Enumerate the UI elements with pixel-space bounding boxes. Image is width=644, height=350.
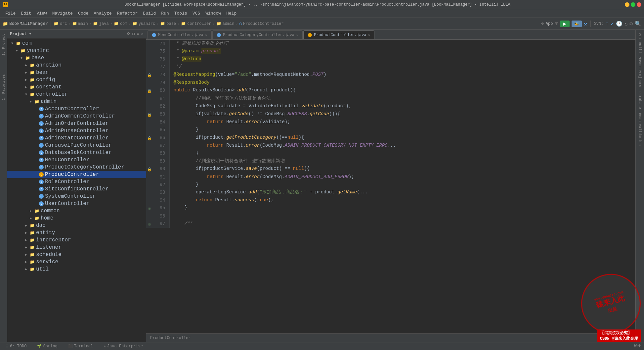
menu-edit[interactable]: Edit	[18, 9, 34, 18]
tree-item-annotion[interactable]: ▶ 📁 annotion	[7, 62, 146, 69]
code-line-94: 94 return Result.success(true);	[146, 196, 635, 204]
debug-button[interactable]: 🐝	[572, 21, 582, 27]
project-name: BookMallManager	[9, 21, 48, 26]
tree-item-bean[interactable]: ▶ 📁 bean	[7, 69, 146, 76]
tree-item-entity[interactable]: ▶ 📁 entity	[7, 229, 146, 236]
file-path-bar: ProductController	[146, 333, 635, 342]
close-tab-menu[interactable]: ✕	[205, 33, 207, 37]
svn-history-button[interactable]: 🕐	[616, 21, 623, 27]
code-line-85: 85 }	[146, 126, 635, 133]
breadcrumb: 📁src › 📁main › 📁java › 📁com › 📁yuanlrc ›…	[54, 21, 283, 26]
tree-item-CarouselPicController[interactable]: ▶ C CarouselPicController	[7, 142, 146, 149]
menu-build[interactable]: Build	[140, 9, 158, 18]
tree-item-ProductController[interactable]: ▶ C ProductController	[7, 171, 146, 178]
search-button[interactable]: 🔍	[635, 21, 641, 27]
tree-item-service[interactable]: ▶ 📁 service	[7, 258, 146, 266]
project-panel-label[interactable]: 1: Project	[1, 31, 6, 58]
web-tab[interactable]: Web	[634, 344, 641, 349]
tree-item-MenuController[interactable]: ▶ C MenuController	[7, 156, 146, 164]
svn-settings-button[interactable]: ⚙	[629, 21, 633, 27]
menu-navigate[interactable]: Navigate	[50, 9, 75, 18]
tree-item-AdminCommentController[interactable]: ▶ C AdminCommentController	[7, 113, 146, 120]
code-line-77: 77 */	[146, 63, 635, 71]
settings-icon[interactable]: ⚙	[137, 31, 139, 36]
code-editor[interactable]: 74 * 商品添加表单提交处理 75 * @param product	[146, 40, 635, 333]
terminal-label: Terminal	[74, 344, 93, 349]
code-line-90: 🔒 90 if(productService.save(product) == …	[146, 165, 635, 173]
tree-item-SystemController[interactable]: ▶ C SystemController	[7, 193, 146, 200]
terminal-tab[interactable]: ⬛ Terminal	[65, 344, 96, 349]
code-line-82: 82 CodeMsg validate = ValidateEntityUtil…	[146, 102, 635, 110]
tree-item-interceptor[interactable]: ▶ 📁 interceptor	[7, 236, 146, 244]
ant-build-label[interactable]: Ant Build	[637, 31, 643, 55]
tab-product-controller[interactable]: ⬤ ProductController.java ✕	[303, 30, 374, 39]
toolbar: 📁 BookMallManager 📁src › 📁main › 📁java ›…	[0, 18, 644, 30]
database-label[interactable]: Database	[637, 89, 643, 111]
maven-projects-label[interactable]: Maven Projects	[637, 55, 643, 89]
tree-item-home[interactable]: ▶ 📁 home	[7, 215, 146, 222]
run-button[interactable]: ▶	[560, 21, 570, 27]
toolbar-separator	[51, 21, 51, 27]
tree-item-yuanlrc[interactable]: ▼ 📁 yuanlrc	[7, 47, 146, 54]
tree-item-common[interactable]: ▶ 📁 common	[7, 207, 146, 215]
menu-view[interactable]: View	[34, 9, 49, 18]
menu-vcs[interactable]: VCS	[190, 9, 203, 18]
tree-item-AdminPurseController[interactable]: ▶ C AdminPurseController	[7, 127, 146, 134]
tree-item-AccountController[interactable]: ▶ C AccountController	[7, 105, 146, 113]
tree-item-admin[interactable]: ▼ 📁 admin	[7, 98, 146, 105]
collapse-icon[interactable]: ⊟	[132, 31, 135, 36]
tree-item-config[interactable]: ▶ 📁 config	[7, 76, 146, 83]
close-sidebar-icon[interactable]: ✕	[141, 31, 144, 36]
tree-item-listener[interactable]: ▶ 📁 listener	[7, 244, 146, 251]
svn-commit-button[interactable]: ✓	[611, 21, 614, 27]
tree-item-DatabaseBakController[interactable]: ▶ C DatabaseBakController	[7, 149, 146, 156]
menu-analyze[interactable]: Analyze	[91, 9, 114, 18]
menu-window[interactable]: Window	[203, 9, 224, 18]
close-button[interactable]	[637, 2, 641, 7]
build-button[interactable]: ⚒	[584, 21, 587, 27]
bean-validation-label[interactable]: Bean Validation	[637, 111, 643, 148]
close-tab-product-category[interactable]: ✕	[296, 33, 298, 37]
code-line-74: 74 * 商品添加表单提交处理	[146, 40, 635, 47]
tree-item-constant[interactable]: ▶ 📁 constant	[7, 83, 146, 91]
menu-code[interactable]: Code	[75, 9, 91, 18]
menu-help[interactable]: Help	[224, 9, 239, 18]
sidebar-title: Project ▾	[10, 31, 31, 36]
code-line-76: 76 * @return	[146, 55, 635, 63]
code-line-75: 75 * @param product	[146, 47, 635, 55]
tree-item-AdminStateController[interactable]: ▶ C AdminStateController	[7, 134, 146, 142]
tree-item-SiteConfigController[interactable]: ▶ C SiteConfigController	[7, 185, 146, 193]
tree-item-UserController[interactable]: ▶ C UserController	[7, 200, 146, 207]
tree-item-com[interactable]: ▼ 📁 com	[7, 40, 146, 47]
tree-item-RoleController[interactable]: ▶ C RoleController	[7, 178, 146, 185]
minimize-button[interactable]	[625, 2, 629, 7]
tree-item-AdminOrderController[interactable]: ▶ C AdminOrderController	[7, 120, 146, 127]
menu-tools[interactable]: Tools	[172, 9, 190, 18]
menu-file[interactable]: File	[3, 9, 18, 18]
menu-bar: File Edit View Navigate Code Analyze Ref…	[0, 9, 644, 18]
tab-menu-controller[interactable]: ⬤ MenuController.java ✕	[148, 30, 212, 39]
sync-icon[interactable]: ⟳	[127, 31, 130, 36]
favorites-panel-label[interactable]: 2: Favorites	[1, 72, 6, 103]
menu-run[interactable]: Run	[158, 9, 171, 18]
tree-item-dao[interactable]: ▶ 📁 dao	[7, 222, 146, 229]
java-enterprise-tab[interactable]: ☕ Java Enterprise	[101, 344, 146, 349]
todo-tab[interactable]: ☰ 6: TODO	[3, 344, 29, 349]
tree-item-schedule[interactable]: ▶ 📁 schedule	[7, 251, 146, 258]
code-line-79: 79 @ResponseBody	[146, 79, 635, 86]
tree-item-base[interactable]: ▼ 📁 base	[7, 54, 146, 62]
close-tab-product[interactable]: ✕	[368, 33, 370, 37]
maximize-button[interactable]	[631, 2, 635, 7]
tree-item-ProductCategoryController[interactable]: ▶ C ProductCategoryController	[7, 164, 146, 171]
spring-tab[interactable]: 🌱 Spring	[34, 344, 60, 349]
code-line-83: 🔒 83 if(validate.getCode() != CodeMsg.SU…	[146, 110, 635, 118]
svn-rollback-button[interactable]: ↻	[624, 21, 628, 27]
todo-icon: ☰	[5, 344, 9, 348]
tree-item-util[interactable]: ▶ 📁 util	[7, 266, 146, 273]
run-config-label: App	[546, 22, 553, 26]
svn-update-button[interactable]: ↑	[605, 21, 609, 27]
window-controls	[625, 2, 641, 7]
tree-item-controller[interactable]: ▼ 📁 controller	[7, 91, 146, 98]
menu-refactor[interactable]: Refactor	[114, 9, 140, 18]
tab-product-category-controller[interactable]: ⬤ ProductCategoryController.java ✕	[212, 30, 303, 39]
